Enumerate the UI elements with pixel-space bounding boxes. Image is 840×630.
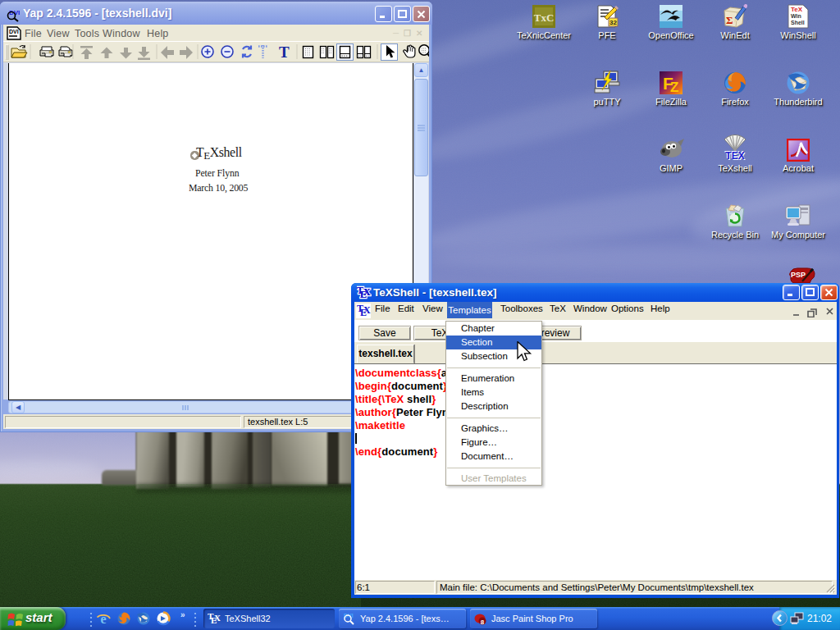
svg-text:TxC: TxC — [534, 11, 555, 24]
svg-text:8: 8 — [481, 619, 485, 626]
svg-text:TEX: TEX — [725, 150, 744, 162]
svg-text:X: X — [363, 286, 371, 298]
svg-text:Z: Z — [670, 80, 678, 95]
svg-text:X: X — [214, 613, 221, 623]
svg-text:PSP: PSP — [791, 271, 806, 279]
svg-text:e: e — [100, 612, 106, 626]
svg-text:32: 32 — [609, 19, 617, 26]
svg-text:Σ: Σ — [726, 14, 733, 26]
svg-text:Win: Win — [791, 13, 801, 19]
svg-text:Shell: Shell — [791, 20, 805, 25]
svg-text:»: » — [180, 610, 185, 619]
svg-text:T: T — [279, 43, 290, 61]
svg-text:TeX: TeX — [791, 6, 803, 13]
